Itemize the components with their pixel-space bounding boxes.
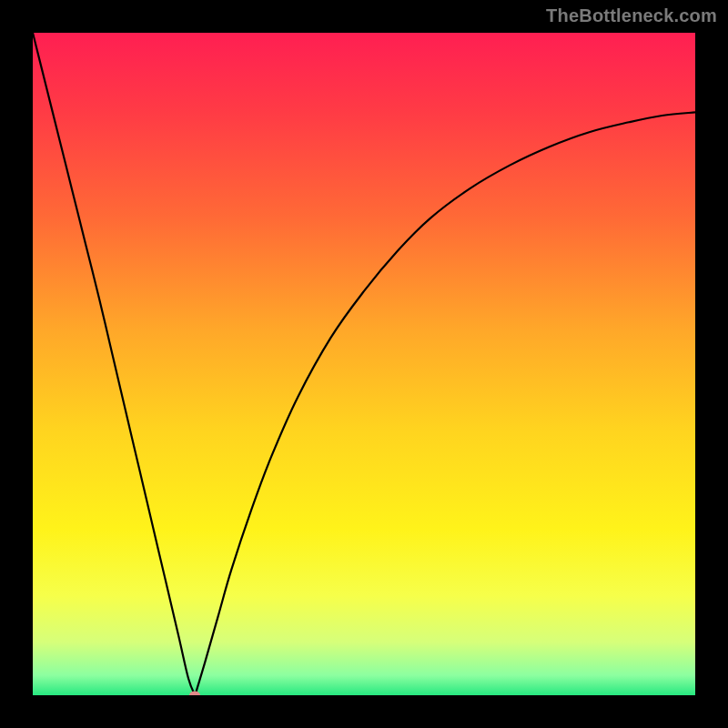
chart-frame: TheBottleneck.com — [0, 0, 728, 728]
watermark-text: TheBottleneck.com — [546, 5, 717, 26]
bottleneck-curve — [33, 33, 695, 695]
minimum-marker — [189, 692, 200, 696]
plot-area — [33, 33, 695, 695]
